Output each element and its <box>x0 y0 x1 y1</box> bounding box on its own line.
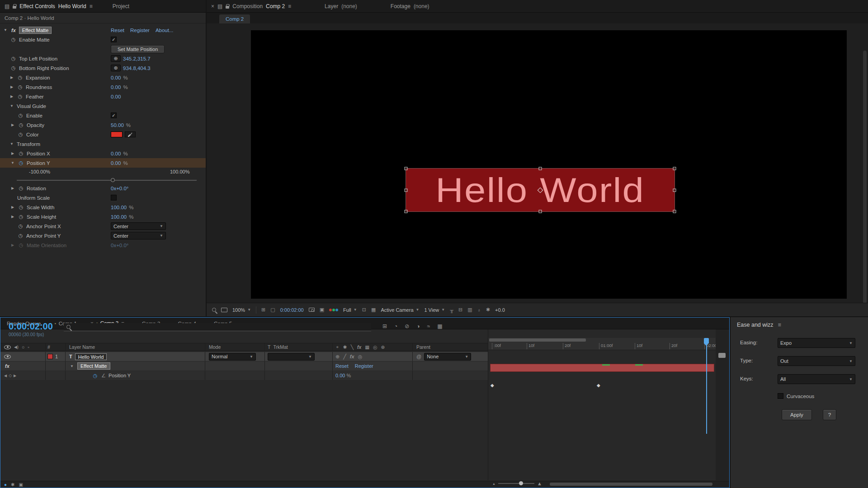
stopwatch-icon[interactable]: ◷ <box>10 37 17 42</box>
lock-icon[interactable] <box>226 6 229 9</box>
effect-row[interactable]: fx ▼ Effect Matte Reset Register <box>0 361 488 371</box>
feather-value[interactable]: 0.00 <box>111 94 121 99</box>
zoom-out-mountain-icon[interactable]: ▲ <box>492 482 495 485</box>
layer-color-chip[interactable] <box>47 354 53 359</box>
column-trkmat[interactable]: TrkMat <box>273 344 288 350</box>
time-ruler[interactable]: :00f 10f 20f 01:00f 10f 20f 02:00f <box>488 338 716 350</box>
enable-checkbox[interactable]: ✓ <box>111 113 117 118</box>
zoom-slider-knob[interactable] <box>519 481 523 485</box>
resolution-dropdown[interactable]: Full▼ <box>343 307 357 313</box>
selection-handle[interactable] <box>405 188 408 192</box>
show-snapshot-icon[interactable]: ▣ <box>320 307 324 313</box>
slider-thumb[interactable] <box>111 178 115 182</box>
apply-button[interactable]: Apply <box>782 409 812 420</box>
comp-mini-flowchart-icon[interactable]: ⊞ <box>382 323 387 329</box>
register-link[interactable]: Register <box>130 28 150 33</box>
effects-switch[interactable]: fx <box>350 354 354 359</box>
scale-width-value[interactable]: 100.00 <box>111 205 127 210</box>
stopwatch-icon[interactable]: ◷ <box>18 150 24 156</box>
layer-duration-bar[interactable] <box>490 364 714 372</box>
zoom-slider[interactable] <box>498 483 534 484</box>
rotation-value[interactable]: 0x+0.0° <box>111 186 128 191</box>
layer-row[interactable]: 1 T Hello World Normal▼ ▼ ⊕ ╱ fx ◎ @ <box>0 352 488 361</box>
property-name[interactable]: Position Y <box>108 373 131 378</box>
zoom-in-mountain-icon[interactable]: ▲ <box>537 481 542 486</box>
stopwatch-icon[interactable]: ◷ <box>17 223 24 229</box>
collapse-switch[interactable]: ⊕ <box>335 354 340 360</box>
stopwatch-icon[interactable]: ◷ <box>17 75 24 80</box>
motion-blur-switch[interactable]: ◎ <box>358 354 363 360</box>
reset-link[interactable]: Reset <box>111 28 124 33</box>
register-link[interactable]: Register <box>355 363 373 369</box>
layer-visibility-toggle[interactable] <box>4 355 11 359</box>
help-button[interactable]: ? <box>823 409 836 420</box>
expand-triangle-icon[interactable]: ▶ <box>10 215 15 219</box>
exposure-histogram-icon[interactable]: ▥ <box>467 307 472 313</box>
viewer-timecode[interactable]: 0:00:02:00 <box>280 307 304 313</box>
viewer-scrollbar[interactable] <box>863 51 867 304</box>
prev-keyframe-icon[interactable]: ◀ <box>4 374 7 378</box>
tab-project[interactable]: Project <box>113 3 129 9</box>
graph-editor-icon[interactable]: ▦ <box>437 323 442 329</box>
curvaceous-checkbox[interactable] <box>778 393 783 399</box>
selection-handle[interactable] <box>405 210 408 213</box>
selection-handle[interactable] <box>539 210 542 213</box>
parent-dropdown[interactable]: None▼ <box>424 353 471 361</box>
exposure-value[interactable]: +0.0 <box>495 307 505 313</box>
collapse-triangle-icon[interactable]: ▼ <box>10 161 15 165</box>
parent-pickwhip-icon[interactable]: @ <box>416 354 421 359</box>
column-parent[interactable]: Parent <box>416 344 430 350</box>
position-y-value[interactable]: 0.00 <box>111 160 121 166</box>
panel-menu-icon[interactable]: ≡ <box>778 322 781 328</box>
draft-3d-icon[interactable]: ◔ <box>394 323 397 329</box>
keyframe-diamond[interactable]: ◆ <box>597 383 600 388</box>
hide-shy-layers-icon[interactable]: ⊘ <box>405 323 409 329</box>
column-layer-name[interactable]: Layer Name <box>69 344 95 350</box>
selection-handle[interactable] <box>673 210 676 213</box>
expand-triangle-icon[interactable]: ▶ <box>9 94 14 99</box>
uniform-scale-checkbox[interactable] <box>111 195 117 201</box>
frame-blend-icon[interactable]: ◑ <box>416 323 420 329</box>
position-x-value[interactable]: 0.00 <box>111 151 121 156</box>
stopwatch-icon[interactable]: ◷ <box>10 56 17 61</box>
expand-triangle-icon[interactable]: ▶ <box>10 151 15 155</box>
effect-matte-region[interactable]: Hello World <box>406 169 675 211</box>
lock-icon[interactable] <box>13 6 16 9</box>
tab-footage[interactable]: Footage <box>391 3 410 9</box>
stopwatch-icon[interactable]: ◷ <box>18 204 24 210</box>
tab-effect-controls[interactable]: Effect Controls <box>19 3 55 9</box>
close-icon[interactable]: × <box>211 3 214 9</box>
channels-icon[interactable] <box>329 309 338 311</box>
current-timecode[interactable]: 0:00:02:00 <box>9 321 53 332</box>
expand-triangle-icon[interactable]: ▶ <box>10 205 15 209</box>
next-keyframe-icon[interactable]: ▶ <box>14 374 16 378</box>
point-target-icon[interactable]: ⊕ <box>111 55 121 62</box>
expression-graph-icon[interactable]: ∠ <box>101 373 106 379</box>
current-time-indicator-handle[interactable] <box>704 338 709 343</box>
stopwatch-icon[interactable]: ◷ <box>17 233 24 239</box>
snapshot-icon[interactable] <box>309 308 315 312</box>
timeline-search[interactable] <box>64 323 371 331</box>
set-matte-position-button[interactable]: Set Matte Position <box>111 45 165 53</box>
expand-triangle-icon[interactable]: ▶ <box>9 85 14 89</box>
monitor-icon[interactable] <box>221 308 227 312</box>
enable-matte-checkbox[interactable]: ✓ <box>111 37 117 42</box>
scale-height-value[interactable]: 100.00 <box>111 214 127 220</box>
tab-composition-name[interactable]: Comp 2 <box>266 3 285 9</box>
selection-handle[interactable] <box>405 167 408 170</box>
property-row[interactable]: ◀ ◇ ▶ ◷ ∠ Position Y 0.00 % <box>0 371 488 380</box>
transparency-grid-icon[interactable]: ▦ <box>371 307 376 313</box>
collapse-triangle-icon[interactable]: ▼ <box>9 142 14 146</box>
reset-link[interactable]: Reset <box>335 363 349 369</box>
grid-guides-icon[interactable]: ⊞ <box>261 307 265 313</box>
easing-dropdown[interactable]: Expo▼ <box>778 338 855 348</box>
stopwatch-icon[interactable]: ◷ <box>17 84 24 90</box>
property-value[interactable]: 0.00 <box>335 373 345 378</box>
stopwatch-icon[interactable]: ◷ <box>18 214 24 220</box>
blend-mode-dropdown[interactable]: Normal▼ <box>209 353 256 361</box>
panel-menu-icon[interactable]: ≡ <box>288 3 291 9</box>
view-layout-dropdown[interactable]: 1 View▼ <box>424 307 445 313</box>
expand-triangle-icon[interactable]: ▶ <box>9 75 14 80</box>
stopwatch-icon[interactable]: ◷ <box>18 185 24 191</box>
expand-triangle-icon[interactable]: ▶ <box>10 186 15 190</box>
